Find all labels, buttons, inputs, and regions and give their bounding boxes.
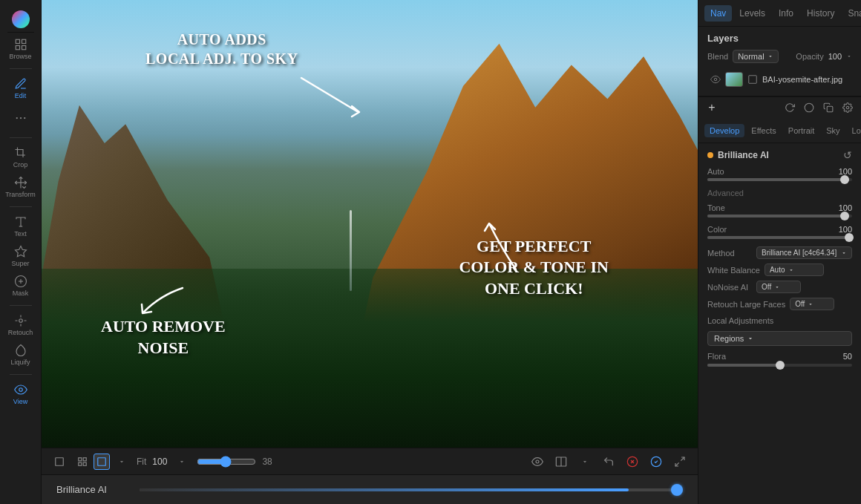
app-logo xyxy=(7,6,34,33)
brilliance-bottom-slider-track[interactable] xyxy=(140,488,683,491)
layer-eye-icon[interactable] xyxy=(710,74,721,85)
svg-point-12 xyxy=(19,388,22,392)
nonoise-dropdown[interactable]: Off xyxy=(756,281,801,293)
compare-dropdown-icon[interactable] xyxy=(576,453,594,471)
tab-info[interactable]: Info xyxy=(773,5,799,22)
view-dropdown-icon[interactable] xyxy=(113,453,131,471)
panel-nav: Nav Levels Info History Snapshots xyxy=(698,0,861,27)
auto-slider-track[interactable] xyxy=(707,178,852,181)
grid-view-icon[interactable] xyxy=(74,454,91,470)
bottom-center-icons xyxy=(528,453,594,471)
flora-slider-thumb xyxy=(776,361,785,370)
svg-point-32 xyxy=(846,106,849,109)
svg-rect-29 xyxy=(749,76,757,84)
bottom-bar: Fit 100 38 xyxy=(42,448,698,474)
logo-icon xyxy=(12,10,30,28)
tab-effects[interactable]: Effects xyxy=(746,124,781,137)
opacity-dropdown-chevron[interactable] xyxy=(846,53,852,59)
brilliance-bottom-slider-fill xyxy=(140,488,629,491)
regions-label: Regions xyxy=(714,334,744,343)
tab-levels[interactable]: Levels xyxy=(733,5,771,22)
toolbar-super[interactable]: Super xyxy=(6,243,36,269)
toolbar-divider-5 xyxy=(10,374,32,375)
flora-row: Flora 50 xyxy=(707,352,852,361)
develop-tabs: Develop Effects Portrait Sky Local xyxy=(698,118,861,143)
retouch-dropdown[interactable]: Off xyxy=(790,298,834,310)
regions-button[interactable]: Regions xyxy=(707,331,852,346)
tab-develop[interactable]: Develop xyxy=(704,124,744,137)
toolbar-edit[interactable]: Edit xyxy=(6,75,36,102)
layer-copy-icon[interactable] xyxy=(821,100,836,115)
arrow-bottom-left xyxy=(138,281,190,318)
tab-history[interactable]: History xyxy=(801,5,840,22)
tab-nav[interactable]: Nav xyxy=(704,5,732,22)
layer-toolbar: + xyxy=(698,96,861,118)
flora-slider-track[interactable] xyxy=(707,364,852,367)
brilliance-reset-icon[interactable]: ↺ xyxy=(843,149,852,161)
add-layer-icon[interactable]: + xyxy=(704,100,719,115)
fullscreen-toggle-icon[interactable] xyxy=(50,453,68,471)
svg-point-30 xyxy=(805,103,813,112)
nonoise-value: Off xyxy=(762,283,771,291)
toolbar-text[interactable]: Text xyxy=(6,213,36,240)
toolbar-edit-label: Edit xyxy=(15,92,27,99)
toolbar-divider-1 xyxy=(10,68,32,69)
color-slider-track[interactable] xyxy=(707,236,852,239)
toolbar-text-label: Text xyxy=(14,230,27,238)
layer-mask-icon[interactable] xyxy=(802,100,816,115)
toolbar-crop-label: Crop xyxy=(13,161,28,168)
single-view-icon[interactable] xyxy=(94,454,110,470)
toolbar-more[interactable] xyxy=(6,105,36,131)
layer-item[interactable]: BAI-yosemite-after.jpg xyxy=(707,69,852,90)
color-slider-label-row: Color 100 xyxy=(707,225,852,234)
tone-slider-track[interactable] xyxy=(707,215,852,217)
toolbar-liquify[interactable]: Liquify xyxy=(6,341,36,368)
toolbar-retouch[interactable]: Retouch xyxy=(6,312,36,338)
zoom-slider[interactable] xyxy=(197,456,256,468)
undo-bottom-icon[interactable] xyxy=(600,453,618,471)
tab-local[interactable]: Local xyxy=(847,124,861,137)
retouch-row: Retouch Large Faces Off xyxy=(707,298,852,310)
toolbar-view[interactable]: View xyxy=(6,381,36,408)
toolbar-divider-4 xyxy=(10,305,32,306)
tab-sky[interactable]: Sky xyxy=(821,124,845,137)
zoom-dropdown-icon[interactable] xyxy=(173,453,191,471)
svg-rect-31 xyxy=(827,106,833,112)
blend-label: Blend xyxy=(707,52,728,61)
toolbar-transform-label: Transform xyxy=(5,191,36,198)
confirm-bottom-icon[interactable] xyxy=(647,453,665,471)
toolbar-browse[interactable]: Browse xyxy=(6,36,36,62)
toolbar-super-label: Super xyxy=(11,260,29,267)
toolbar-transform[interactable]: Transform xyxy=(6,174,36,200)
layer-refresh-icon[interactable] xyxy=(782,100,797,115)
svg-rect-15 xyxy=(83,457,86,460)
layer-settings-icon[interactable] xyxy=(840,100,855,115)
tab-portrait[interactable]: Portrait xyxy=(783,124,819,137)
white-balance-dropdown[interactable]: Auto xyxy=(765,264,824,276)
auto-slider-row: Auto 100 xyxy=(707,167,852,181)
tone-slider-thumb xyxy=(840,212,849,220)
nonoise-label: NoNoise AI xyxy=(707,283,752,292)
eye-icon[interactable] xyxy=(528,453,546,471)
canvas-area[interactable]: Auto Adds Local Adj. to Sky Get Perfect … xyxy=(42,0,698,448)
color-slider-row: Color 100 xyxy=(707,225,852,239)
white-balance-row: White Balance Auto xyxy=(707,264,852,276)
color-slider-label: Color xyxy=(707,225,727,234)
view-mode-group xyxy=(74,453,131,471)
bottom-bar-left: Fit 100 38 xyxy=(50,453,523,471)
close-bottom-icon[interactable] xyxy=(623,453,641,471)
flora-slider-fill xyxy=(707,364,780,367)
toolbar-divider-3 xyxy=(10,206,32,207)
nonoise-row: NoNoise AI Off xyxy=(707,281,852,293)
method-dropdown[interactable]: Brilliance AI [c4c64.34] xyxy=(756,246,852,259)
auto-slider-thumb xyxy=(840,175,849,184)
compare-icon[interactable] xyxy=(552,453,570,471)
color-slider-fill xyxy=(707,236,849,239)
toolbar-crop[interactable]: Crop xyxy=(6,144,36,171)
toolbar-mask[interactable]: Mask xyxy=(6,272,36,299)
retouch-value: Off xyxy=(795,300,805,308)
expand-icon[interactable] xyxy=(671,453,689,471)
tab-snapshots[interactable]: Snapshots xyxy=(842,5,861,22)
toolbar-retouch-label: Retouch xyxy=(8,329,33,336)
blend-dropdown[interactable]: Normal xyxy=(733,50,778,63)
